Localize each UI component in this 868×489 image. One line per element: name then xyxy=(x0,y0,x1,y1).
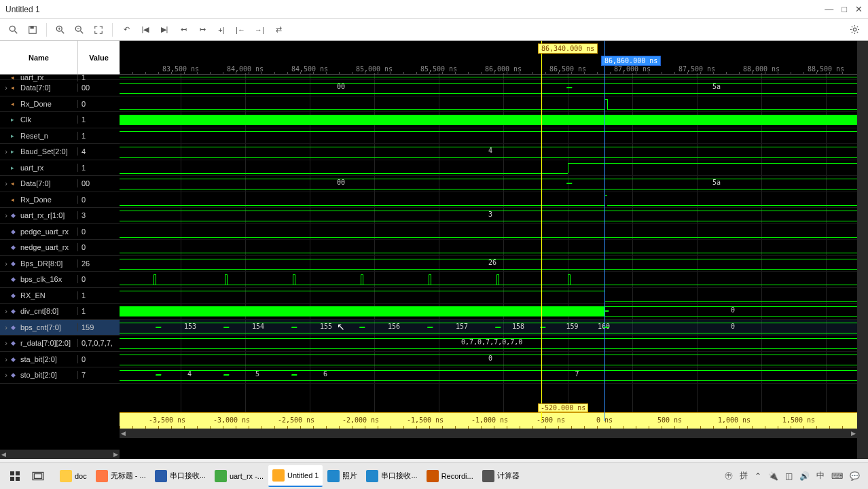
taskbar-item[interactable]: 无标题 - ... xyxy=(92,465,150,487)
taskbar-item[interactable]: Untitled 1 xyxy=(268,465,323,487)
signal-row[interactable]: ›◆sta_bit[2:0]0 xyxy=(0,352,120,368)
waveform-track[interactable] xyxy=(120,128,857,145)
signal-row[interactable]: ›◆div_cnt[8:0]1 xyxy=(0,304,120,320)
value-column-header[interactable]: Value xyxy=(78,41,120,74)
signal-row[interactable]: ›◆uart_rx_r[1:0]3 xyxy=(0,208,120,224)
signal-row[interactable]: ▸Reset_n1 xyxy=(0,128,120,145)
waveform-track[interactable]: 0 xyxy=(120,304,857,320)
signal-row[interactable]: ›◆Bps_DR[8:0]26 xyxy=(0,256,120,272)
signal-row[interactable]: ◆nedge_uart_rx0 xyxy=(0,240,120,256)
taskbar-item[interactable]: 串口接收... xyxy=(362,465,421,487)
waveform-track[interactable]: 0 xyxy=(120,352,857,368)
tray-notification-icon[interactable]: 💬 xyxy=(850,471,860,481)
expand-icon[interactable]: › xyxy=(1,323,11,331)
waveform-track[interactable] xyxy=(120,224,857,240)
signal-row[interactable]: ◂Rx_Done0 xyxy=(0,192,120,209)
zoom-fit-icon[interactable] xyxy=(90,22,107,38)
goto-last-icon[interactable]: ▶| xyxy=(156,22,173,38)
prev-transition-icon[interactable]: ↤ xyxy=(175,22,192,38)
expand-icon[interactable]: › xyxy=(1,355,11,363)
tray-power-icon[interactable]: 🔌 xyxy=(768,471,778,481)
search-icon[interactable] xyxy=(5,22,22,38)
taskbar-item[interactable]: 串口接收... xyxy=(151,465,210,487)
tray-network-icon[interactable]: ◫ xyxy=(785,471,793,481)
signal-row[interactable]: ◆bps_clk_16x0 xyxy=(0,272,120,288)
start-button[interactable] xyxy=(3,465,27,487)
expand-icon[interactable]: › xyxy=(1,179,11,187)
waveform-track[interactable] xyxy=(120,75,857,80)
minimize-button[interactable]: — xyxy=(825,4,833,14)
expand-icon[interactable]: › xyxy=(1,339,11,347)
tray-keyboard-icon[interactable]: 中 xyxy=(816,470,825,482)
tray-ime-icon[interactable]: ㊥ xyxy=(725,470,733,482)
taskbar-item[interactable]: uart_rx -... xyxy=(211,465,268,487)
next-transition-icon[interactable]: ↦ xyxy=(194,22,211,38)
expand-icon[interactable]: › xyxy=(1,371,11,379)
taskbar-item[interactable]: doc xyxy=(56,465,91,487)
waveform-track[interactable] xyxy=(120,240,857,256)
cursor-nav-icon[interactable]: ↶ xyxy=(118,22,134,38)
tray-volume-icon[interactable]: 🔊 xyxy=(799,471,810,481)
save-icon[interactable] xyxy=(24,22,41,38)
expand-icon[interactable]: › xyxy=(1,147,11,156)
waveform-area[interactable]: 86,340.000 ns 86,860.000 ns 83,500 ns84,… xyxy=(120,41,857,459)
waveform-hscroll[interactable]: ◀ ▶ xyxy=(120,429,857,438)
signal-row[interactable]: ›◆bps_cnt[7:0]159 xyxy=(0,320,120,336)
expand-icon[interactable]: › xyxy=(1,307,11,315)
waveform-track[interactable]: 0,7,0,7,7,0,7,0 xyxy=(120,336,857,352)
tray-lang-icon[interactable]: 拼 xyxy=(740,470,748,482)
signal-row[interactable]: ›◂Data[7:0]00 xyxy=(0,80,120,96)
expand-icon[interactable]: › xyxy=(1,259,11,268)
close-button[interactable]: ✕ xyxy=(855,4,863,14)
tray-arrow-icon[interactable]: ⌃ xyxy=(755,471,761,481)
settings-icon[interactable] xyxy=(846,22,863,38)
signal-row[interactable]: ▸Clk1 xyxy=(0,112,120,128)
waveform-track[interactable] xyxy=(120,272,857,288)
yellow-cursor-line[interactable] xyxy=(541,41,542,421)
waveform-track[interactable] xyxy=(120,96,857,113)
taskbar-item[interactable]: 计算器 xyxy=(478,465,524,487)
signal-hscroll[interactable]: ◀ ▶ xyxy=(0,450,120,459)
tray-input-icon[interactable]: ⌨ xyxy=(831,471,843,481)
maximize-button[interactable]: □ xyxy=(842,4,847,14)
yellow-cursor-label[interactable]: 86,340.000 ns xyxy=(538,43,598,54)
signal-row[interactable]: ›◆r_data[7:0][2:0]0,7,0,7,7, xyxy=(0,336,120,352)
waveform-vscroll[interactable] xyxy=(857,41,868,459)
system-tray[interactable]: ㊥ 拼 ⌃ 🔌 ◫ 🔊 中 ⌨ 💬 xyxy=(725,470,865,482)
waveform-track[interactable] xyxy=(120,288,857,304)
taskbar-item[interactable]: Recordi... xyxy=(422,465,477,487)
waveform-body[interactable]: 005a4005a32601531541551561571581591600↖0… xyxy=(120,75,857,412)
blue-cursor-label[interactable]: 86,860.000 ns xyxy=(601,56,661,66)
waveform-track[interactable]: 3 xyxy=(120,208,857,224)
signal-row[interactable]: ›◆sto_bit[2:0]7 xyxy=(0,367,120,384)
taskbar-item[interactable]: 照片 xyxy=(323,465,361,487)
next-marker-icon[interactable]: →| xyxy=(251,22,268,38)
swap-cursors-icon[interactable]: ⇄ xyxy=(270,22,287,38)
add-marker-icon[interactable]: +| xyxy=(213,22,230,38)
prev-marker-icon[interactable]: |← xyxy=(232,22,249,38)
scroll-left-icon[interactable]: ◀ xyxy=(121,430,126,437)
signal-row[interactable]: ›▸Baud_Set[2:0]4 xyxy=(0,144,120,160)
signal-row[interactable]: ◆pedge_uart_rx0 xyxy=(0,224,120,240)
waveform-track[interactable] xyxy=(120,160,857,177)
delta-time-ruler[interactable]: -520.000 ns -3,500 ns-3,000 ns-2,500 ns-… xyxy=(120,412,857,429)
expand-icon[interactable]: › xyxy=(1,84,11,92)
blue-cursor-line[interactable] xyxy=(604,41,605,421)
expand-icon[interactable]: › xyxy=(1,211,11,219)
goto-first-icon[interactable]: |◀ xyxy=(137,22,153,38)
waveform-track[interactable] xyxy=(120,192,857,209)
scroll-right-icon[interactable]: ▶ xyxy=(851,430,856,437)
waveform-track[interactable]: 005a xyxy=(120,80,857,96)
waveform-track[interactable]: 005a xyxy=(120,176,857,192)
taskview-icon[interactable] xyxy=(28,465,55,487)
signal-row[interactable]: ◆RX_EN1 xyxy=(0,288,120,304)
waveform-track[interactable]: 26 xyxy=(120,256,857,272)
waveform-track[interactable]: 4 xyxy=(120,144,857,160)
waveform-track[interactable] xyxy=(120,112,857,128)
waveform-track[interactable]: 1531541551561571581591600↖ xyxy=(120,320,857,336)
name-column-header[interactable]: Name xyxy=(0,41,78,74)
waveform-track[interactable]: 4567 xyxy=(120,367,857,384)
scroll-left-icon[interactable]: ◀ xyxy=(1,451,6,458)
zoom-out-icon[interactable] xyxy=(71,22,88,38)
time-ruler[interactable]: 86,340.000 ns 86,860.000 ns 83,500 ns84,… xyxy=(120,41,857,75)
